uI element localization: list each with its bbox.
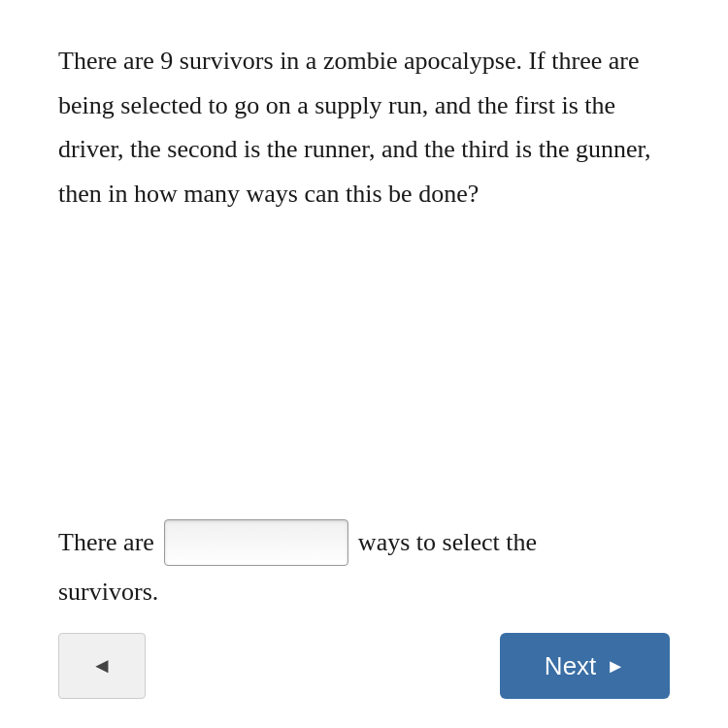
question-text: There are 9 survivors in a zombie apocal… [58, 39, 670, 461]
answer-prefix: There are [58, 520, 154, 565]
answer-input[interactable] [164, 519, 348, 566]
next-button[interactable]: Next ► [500, 633, 670, 699]
bottom-nav: ◄ Next ► [58, 613, 670, 699]
page-container: There are 9 survivors in a zombie apocal… [0, 0, 728, 728]
answer-row: There are ways to select the [58, 519, 670, 566]
answer-suffix: ways to select the [358, 520, 537, 565]
next-arrow-icon: ► [606, 655, 625, 678]
back-button[interactable]: ◄ [58, 633, 146, 699]
back-arrow-icon: ◄ [91, 653, 113, 678]
survivors-line: survivors. [58, 570, 670, 614]
next-label: Next [545, 651, 596, 681]
